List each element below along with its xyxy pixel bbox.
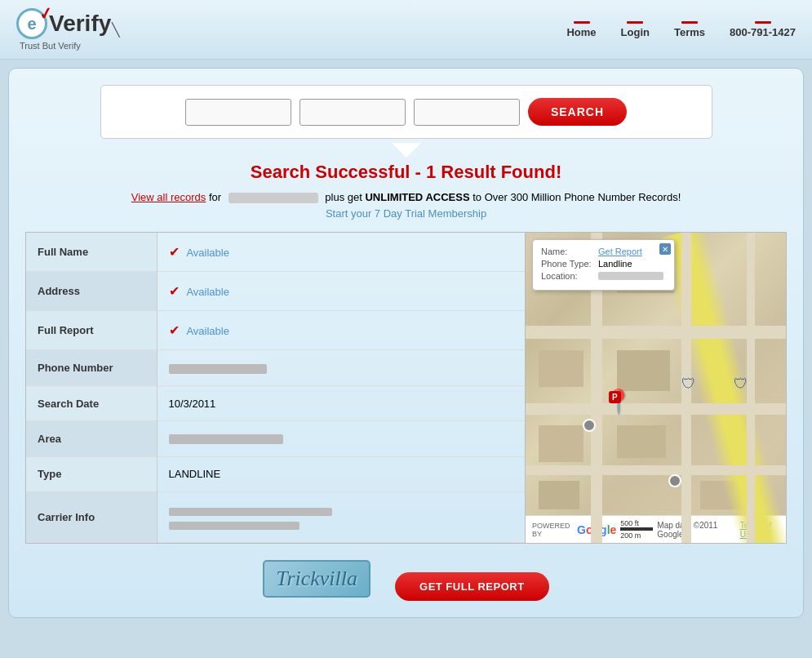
map-popup-location-row: Location: (541, 271, 666, 281)
row-label-area: Area (26, 421, 157, 456)
available-link-fullreport[interactable]: Available (186, 325, 229, 337)
unlimited-access-text: UNLIMITED ACCESS (365, 191, 469, 203)
success-message: Search Successful - 1 Result Found! (25, 162, 787, 183)
row-value-phone (157, 350, 525, 385)
table-row: Full Report ✔ Available (26, 311, 525, 350)
row-value-fullreport: ✔ Available (157, 311, 525, 350)
map-popup-name-value: Get Report (598, 247, 642, 256)
nav-terms[interactable]: Terms (674, 21, 705, 38)
scale-line (620, 527, 653, 531)
results-table: Full Name ✔ Available Address ✔ Availabl… (26, 233, 525, 543)
table-row: Address ✔ Available (26, 272, 525, 311)
search-input-3[interactable] (414, 99, 520, 126)
map-popup-phonetype-row: Phone Type: Landline (541, 259, 666, 269)
table-row: Phone Number (26, 350, 525, 385)
logo-verify-text: Verify (49, 11, 111, 37)
map-shield-icon-2: 🛡 (734, 376, 748, 393)
map-block-7 (539, 481, 579, 509)
map-popup-phonetype-value: Landline (598, 259, 632, 269)
map-block-6 (617, 425, 666, 458)
trickvilla-logo: Trickvilla (263, 560, 371, 598)
scale-m: 200 m (620, 531, 653, 540)
table-row: Area (26, 421, 525, 456)
logo-e-circle: e ✓ (16, 8, 47, 39)
logo-checkmark-icon: ✓ (38, 3, 55, 25)
map-data-text: Map data ©2011 Google – (657, 521, 735, 539)
row-value-searchdate: 10/3/2011 (157, 385, 525, 420)
row-value-address: ✔ Available (157, 272, 525, 311)
unlimited-suffix: to Over 300 Million Phone Number Records… (473, 191, 681, 203)
nav-login-label: Login (621, 26, 650, 38)
tagline: Trust But Verify (20, 41, 81, 51)
nav-terms-label: Terms (674, 26, 705, 38)
row-label-type: Type (26, 456, 157, 491)
nav-home-label: Home (566, 26, 596, 38)
check-icon: ✔ (169, 284, 180, 298)
row-label-fullname: Full Name (26, 233, 157, 272)
nav-phone-dash (755, 21, 771, 24)
map-popup-get-report-link[interactable]: Get Report (598, 247, 642, 256)
scale-ft: 500 ft (620, 519, 653, 527)
row-value-fullname: ✔ Available (157, 233, 525, 272)
map-popup-phonetype-label: Phone Type: (541, 259, 598, 269)
nav-phone[interactable]: 800-791-1427 (730, 21, 796, 38)
blurred-phone (169, 364, 267, 374)
table-row: Full Name ✔ Available (26, 233, 525, 272)
logo: e ✓ Verify ╲ (16, 8, 120, 39)
nav-login-dash (627, 21, 643, 24)
blurred-name (229, 193, 318, 203)
blurred-area (169, 434, 283, 444)
map-popup-close-button[interactable]: ✕ (659, 243, 671, 255)
map-popup-location-value (598, 272, 663, 280)
scale-bar: 500 ft 200 m (620, 519, 653, 540)
table-row: Type LANDLINE (26, 456, 525, 491)
view-all-records-link[interactable]: View all records (131, 191, 206, 203)
get-full-report-button[interactable]: GET FULL REPORT (395, 572, 549, 601)
search-button[interactable]: SEARCH (528, 98, 627, 126)
search-input-1[interactable] (185, 99, 291, 126)
powered-by-label: POWERED BY (532, 522, 573, 538)
logo-area: e ✓ Verify ╲ Trust But Verify (16, 8, 120, 51)
view-all-line: View all records for plus get UNLIMITED … (25, 191, 787, 203)
nav-terms-dash (681, 21, 698, 24)
blurred-carrier-2 (169, 522, 300, 530)
nav-home-dash (574, 21, 590, 24)
map-block-5 (539, 425, 583, 462)
main-content: SEARCH Search Successful - 1 Result Foun… (8, 68, 804, 618)
map-popup-name-row: Name: Get Report (541, 247, 666, 256)
row-value-carrier (157, 491, 525, 542)
blurred-carrier-1 (169, 508, 332, 516)
check-icon: ✔ (169, 323, 180, 337)
trickvilla-logo-text: Trickvilla (276, 567, 357, 590)
map-area: 🛡 🛡 📍 P ✕ Name: Get Report Phone Type (525, 233, 786, 543)
map-background: 🛡 🛡 📍 P ✕ Name: Get Report Phone Type (526, 233, 786, 543)
row-label-searchdate: Search Date (26, 385, 157, 420)
map-block-4 (617, 350, 670, 391)
nav-login[interactable]: Login (621, 21, 650, 38)
map-pin-label: P (609, 391, 621, 403)
bottom-area: Trickvilla GET FULL REPORT (25, 556, 787, 601)
row-label-phone: Phone Number (26, 350, 157, 385)
logo-e-letter: e (27, 15, 36, 33)
available-link-address[interactable]: Available (186, 286, 229, 298)
row-value-type: LANDLINE (157, 456, 525, 491)
trial-line: Start your 7 Day Trial Membership (25, 207, 787, 220)
search-input-2[interactable] (300, 99, 406, 126)
results-area: Full Name ✔ Available Address ✔ Availabl… (25, 232, 787, 544)
map-popup-location-label: Location: (541, 271, 598, 281)
row-label-carrier: Carrier Info (26, 491, 157, 542)
nav-links: Home Login Terms 800-791-1427 (566, 21, 796, 38)
header: e ✓ Verify ╲ Trust But Verify Home Login… (0, 0, 812, 60)
row-value-area (157, 421, 525, 456)
row-label-fullreport: Full Report (26, 311, 157, 350)
table-row: Search Date 10/3/2011 (26, 385, 525, 420)
map-block-3 (539, 350, 583, 387)
check-icon: ✔ (169, 245, 180, 259)
callout-arrow (392, 143, 421, 158)
map-popup: ✕ Name: Get Report Phone Type: Landline … (532, 239, 675, 291)
available-link-fullname[interactable]: Available (186, 247, 229, 259)
map-popup-name-label: Name: (541, 247, 598, 256)
logo-magnifier-icon: ╲ (112, 22, 120, 38)
nav-home[interactable]: Home (566, 21, 596, 38)
map-circle-2 (668, 474, 681, 487)
